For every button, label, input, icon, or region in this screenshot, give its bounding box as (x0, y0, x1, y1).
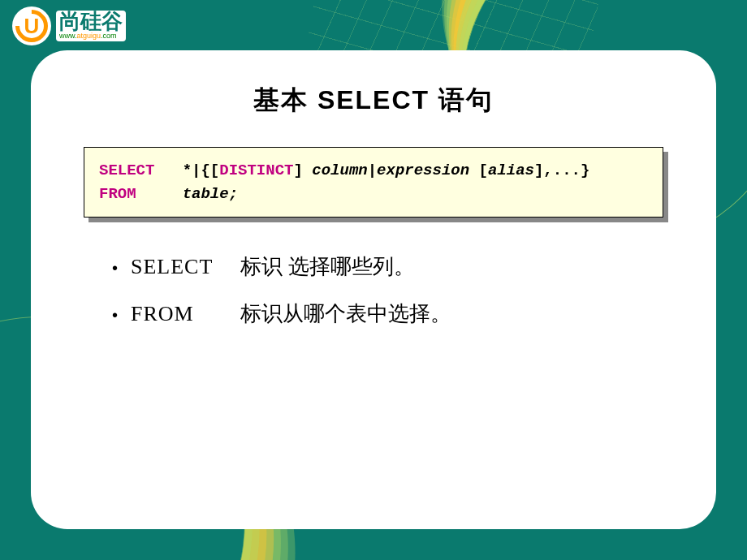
slide-title: 基本 SELECT 语句 (71, 83, 676, 118)
sql-syntax: SELECT *|{[DISTINCT] column|expression [… (84, 147, 663, 218)
syntax-box: SELECT *|{[DISTINCT] column|expression [… (84, 147, 663, 218)
bullet-icon: • (112, 255, 118, 281)
bullet-description: 标识从哪个表中选择。 (240, 297, 451, 331)
bullet-keyword: FROM (131, 297, 240, 331)
brand-name: 尚硅谷 (56, 11, 126, 32)
bullet-keyword: SELECT (131, 250, 240, 284)
slide-content: 基本 SELECT 语句 SELECT *|{[DISTINCT] column… (31, 50, 716, 529)
bullet-item: • FROM 标识从哪个表中选择。 (112, 297, 676, 331)
logo-text-block: 尚硅谷 www.atguigu.com (56, 11, 126, 42)
logo-icon: U (12, 6, 51, 45)
brand-url: www.atguigu.com (56, 32, 126, 42)
bullet-list: • SELECT 标识 选择哪些列。 • FROM 标识从哪个表中选择。 (112, 250, 676, 330)
brand-logo: U 尚硅谷 www.atguigu.com (12, 6, 126, 45)
bullet-description: 标识 选择哪些列。 (240, 250, 415, 284)
bullet-item: • SELECT 标识 选择哪些列。 (112, 250, 676, 284)
logo-letter: U (24, 14, 40, 39)
bullet-icon: • (112, 302, 118, 328)
